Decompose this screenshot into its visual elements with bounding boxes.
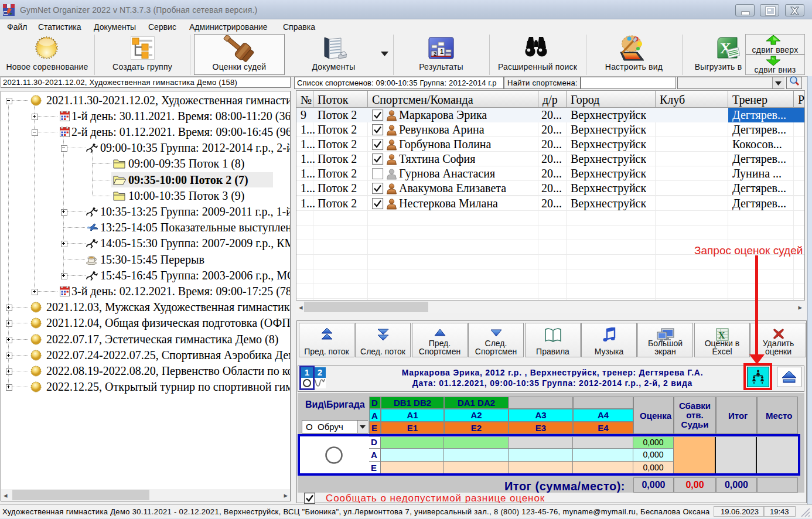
svg-text:1: 1 — [440, 48, 443, 55]
